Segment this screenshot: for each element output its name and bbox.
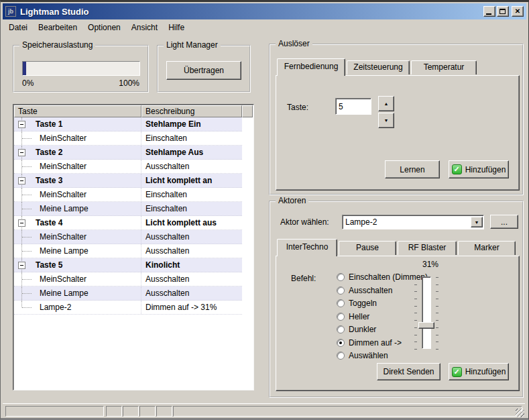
actor-add-button[interactable]: ✓ Hinzufügen: [449, 363, 509, 380]
title-bar[interactable]: jb Lightman Studio ✕: [3, 3, 526, 19]
dim-slider-thumb[interactable]: [418, 322, 434, 329]
radio-icon[interactable]: [337, 352, 345, 360]
tree-header: Taste Beschreibung: [14, 105, 253, 117]
table-row[interactable]: MeinSchalter Einschalten: [14, 132, 242, 146]
actor-select-label: Aktor wählen:: [280, 217, 329, 227]
tree-item-desc: Kinolicht: [141, 258, 242, 272]
command-label: Ausschalten: [349, 286, 392, 295]
memory-usage-group-title: Speicherauslastung: [19, 40, 95, 50]
table-row[interactable]: MeinSchalter Ausschalten: [14, 272, 242, 286]
menu-bar: Datei Bearbeiten Optionen Ansicht Hilfe: [3, 21, 190, 34]
browse-actors-button[interactable]: ...: [490, 215, 518, 229]
tree-expander-icon[interactable]: [18, 149, 25, 156]
radio-icon[interactable]: [337, 325, 345, 333]
table-row[interactable]: Taste 3 Licht komplett an: [14, 174, 242, 188]
menu-item-hilfe[interactable]: Hilfe: [163, 21, 190, 34]
table-row[interactable]: Taste 2 Stehlampe Aus: [14, 146, 242, 160]
chevron-down-icon[interactable]: ▼: [471, 217, 483, 227]
command-option[interactable]: Auswählen: [337, 350, 388, 361]
command-option[interactable]: Dunkler: [337, 324, 376, 335]
status-panel: [173, 406, 522, 417]
table-row[interactable]: Meine Lampe Ausschalten: [14, 286, 242, 301]
tab-intertechno[interactable]: InterTechno: [277, 239, 337, 256]
tree-expander-icon[interactable]: [18, 262, 25, 269]
table-row[interactable]: Taste 1 Stehlampe Ein: [14, 117, 242, 132]
tree-item-desc: Ausschalten: [141, 244, 242, 258]
progress-min-label: 0%: [22, 78, 34, 88]
transfer-button[interactable]: Übertragen: [166, 61, 241, 80]
menu-item-ansicht[interactable]: Ansicht: [126, 21, 163, 34]
app-window: jb Lightman Studio ✕ Datei Bearbeiten Op…: [0, 0, 529, 420]
taste-spin-up-button[interactable]: ▲: [378, 96, 394, 111]
direct-send-button[interactable]: Direkt Senden: [377, 363, 440, 380]
taste-spin-down-button[interactable]: ▼: [378, 113, 394, 128]
menu-item-bearbeiten[interactable]: Bearbeiten: [33, 21, 82, 34]
tab-fernbedienung[interactable]: Fernbedienung: [277, 58, 345, 76]
table-row[interactable]: Taste 5 Kinolicht: [14, 258, 242, 272]
tab-zeitsteuerung[interactable]: Zeitsteuerung: [347, 60, 410, 74]
memory-progress-fill: [23, 62, 26, 75]
tree-item-label: MeinSchalter: [40, 274, 86, 284]
radio-icon[interactable]: [337, 273, 345, 281]
actors-tab-panel: 31% Befehl: Einschalten (Dimmen) Ausscha…: [276, 256, 520, 391]
status-panel: [106, 406, 122, 417]
close-button[interactable]: ✕: [512, 6, 524, 17]
slider-ticks-right: [436, 277, 438, 350]
status-panel: [139, 406, 156, 417]
tree-item-label: Meine Lampe: [40, 204, 89, 213]
tree-expander-icon[interactable]: [18, 177, 25, 185]
table-row[interactable]: MeinSchalter Einschalten: [14, 188, 242, 202]
key-tree-list[interactable]: Taste Beschreibung Taste 1 Stehlampe Ein…: [13, 104, 254, 390]
browse-actors-label: ...: [501, 217, 508, 227]
radio-icon[interactable]: [337, 339, 345, 347]
column-header-beschreibung[interactable]: Beschreibung: [141, 105, 242, 117]
arrow-down-icon: ▼: [384, 113, 389, 127]
tree-rows: Taste 1 Stehlampe Ein MeinSchalter Einsc…: [14, 117, 242, 315]
trigger-add-button[interactable]: ✓ Hinzufügen: [449, 160, 509, 178]
tab-rf-blaster[interactable]: RF Blaster: [398, 241, 457, 255]
table-row[interactable]: Meine Lampe Einschalten: [14, 202, 242, 216]
actor-select[interactable]: Lampe-2 ▼: [342, 215, 484, 229]
tree-item-label: MeinSchalter: [40, 232, 86, 242]
dim-slider-track[interactable]: [422, 276, 431, 349]
radio-icon[interactable]: [337, 313, 345, 321]
tree-item-label: MeinSchalter: [40, 190, 86, 199]
resize-grip-icon[interactable]: [516, 409, 524, 417]
tab-pause[interactable]: Pause: [339, 241, 396, 255]
status-panel: [123, 406, 139, 417]
table-row[interactable]: MeinSchalter Ausschalten: [14, 160, 242, 174]
command-option[interactable]: Ausschalten: [337, 285, 392, 296]
table-row[interactable]: Taste 4 Licht komplett aus: [14, 216, 242, 230]
table-row[interactable]: MeinSchalter Ausschalten: [14, 230, 242, 244]
tree-item-desc: Ausschalten: [141, 286, 242, 300]
light-manager-group: Light Manager Übertragen: [157, 45, 251, 93]
maximize-button[interactable]: [497, 6, 509, 17]
slider-value-label: 31%: [417, 260, 444, 269]
tab-marker[interactable]: Marker: [458, 241, 516, 255]
radio-icon[interactable]: [337, 286, 345, 295]
menu-item-optionen[interactable]: Optionen: [82, 21, 126, 34]
tree-item-label: MeinSchalter: [40, 134, 86, 143]
command-option[interactable]: Dimmen auf ->: [337, 337, 402, 348]
table-row[interactable]: Meine Lampe Ausschalten: [14, 244, 242, 258]
table-row[interactable]: Lampe-2 Dimmen auf -> 31%: [14, 301, 242, 315]
tree-item-desc: Ausschalten: [141, 160, 242, 173]
menu-item-datei[interactable]: Datei: [3, 21, 33, 34]
maximize-icon: [499, 9, 506, 14]
radio-icon[interactable]: [337, 299, 345, 307]
tab-temperatur[interactable]: Temperatur: [411, 60, 477, 74]
progress-max-label: 100%: [119, 78, 139, 88]
minimize-button[interactable]: [483, 6, 495, 17]
close-icon: ✕: [515, 7, 520, 15]
actor-add-button-label: Hinzufügen: [465, 367, 506, 376]
taste-input[interactable]: [335, 98, 371, 115]
tree-item-desc: Licht komplett aus: [141, 216, 242, 229]
command-option[interactable]: Toggeln: [337, 298, 377, 309]
tree-expander-icon[interactable]: [18, 219, 25, 227]
tree-item-label: Taste 2: [36, 148, 62, 157]
command-option[interactable]: Heller: [337, 311, 369, 322]
status-panel: [156, 406, 172, 417]
column-header-taste[interactable]: Taste: [14, 105, 141, 117]
tree-expander-icon[interactable]: [18, 121, 25, 128]
learn-button[interactable]: Lernen: [385, 160, 440, 178]
